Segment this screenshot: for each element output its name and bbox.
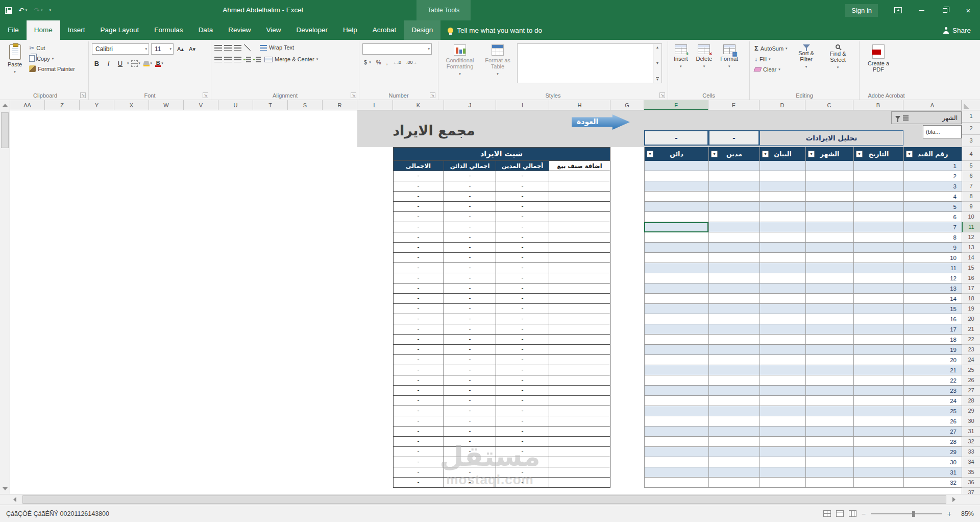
- left-table-cell[interactable]: -: [444, 365, 496, 375]
- left-table-cell[interactable]: -: [393, 171, 444, 181]
- analysis-cell-debit[interactable]: -: [708, 130, 760, 146]
- left-table-cell[interactable]: -: [393, 273, 444, 283]
- left-table-cell[interactable]: [549, 478, 610, 488]
- scroll-up-arrow[interactable]: [3, 104, 8, 107]
- left-table-cell[interactable]: -: [393, 243, 444, 253]
- column-header-D[interactable]: D: [760, 100, 805, 110]
- left-table-cell[interactable]: -: [444, 202, 496, 212]
- column-header-Z[interactable]: Z: [45, 100, 80, 110]
- sign-in-button[interactable]: Sign in: [845, 4, 878, 17]
- row-header-31[interactable]: 31: [962, 426, 980, 437]
- left-table-cell[interactable]: -: [496, 324, 549, 335]
- column-header-B[interactable]: B: [853, 100, 903, 110]
- left-table-cell[interactable]: [549, 447, 610, 457]
- record-number-cell[interactable]: 8: [903, 232, 959, 243]
- left-table-cell[interactable]: -: [496, 426, 549, 437]
- shrink-font-button[interactable]: A▾: [187, 44, 197, 54]
- record-number-cell[interactable]: 12: [903, 273, 959, 283]
- left-table-cell[interactable]: -: [444, 192, 496, 202]
- bold-button[interactable]: B: [92, 58, 102, 68]
- record-number-cell[interactable]: 27: [903, 426, 959, 437]
- left-table-cell[interactable]: -: [393, 437, 444, 447]
- insert-cells-button[interactable]: + Insert ▾: [671, 43, 691, 70]
- left-table-cell[interactable]: -: [444, 375, 496, 386]
- left-table-cell[interactable]: [549, 243, 610, 253]
- zoom-slider-thumb[interactable]: [912, 511, 915, 517]
- column-header-H[interactable]: H: [549, 100, 610, 110]
- left-table-cell[interactable]: -: [444, 253, 496, 263]
- left-table-cell[interactable]: -: [393, 192, 444, 202]
- underline-button[interactable]: U: [115, 58, 125, 68]
- zoom-out-button[interactable]: −: [862, 510, 866, 518]
- tab-developer[interactable]: Developer: [288, 20, 335, 40]
- scroll-down-arrow[interactable]: [3, 487, 8, 490]
- record-number-cell[interactable]: 9: [903, 243, 959, 253]
- left-table-cell[interactable]: [549, 437, 610, 447]
- filter-dropdown-button[interactable]: ▾: [711, 151, 718, 157]
- row-header-2[interactable]: 2: [962, 123, 980, 135]
- left-table-cell[interactable]: -: [444, 345, 496, 355]
- column-header-AA[interactable]: AA: [10, 100, 45, 110]
- left-table-cell[interactable]: [549, 396, 610, 406]
- analysis-cell-credit[interactable]: -: [644, 130, 708, 146]
- row-header-33[interactable]: 33: [962, 447, 980, 457]
- record-number-cell[interactable]: 32: [903, 478, 959, 488]
- left-table-cell[interactable]: -: [444, 437, 496, 447]
- left-table-cell[interactable]: -: [393, 294, 444, 304]
- record-number-cell[interactable]: 7: [903, 222, 959, 232]
- row-header-28[interactable]: 28: [962, 396, 980, 406]
- left-table-cell[interactable]: -: [496, 232, 549, 243]
- column-header-F[interactable]: F: [644, 100, 708, 110]
- cut-button[interactable]: ✂Cut: [28, 43, 77, 53]
- record-number-cell[interactable]: 23: [903, 386, 959, 396]
- left-table-cell[interactable]: -: [496, 375, 549, 386]
- row-header-25[interactable]: 25: [962, 365, 980, 375]
- cell-styles-gallery[interactable]: ▲ ▼ ▼: [517, 43, 662, 83]
- row-header-22[interactable]: 22: [962, 335, 980, 345]
- column-header-S[interactable]: S: [288, 100, 323, 110]
- record-number-cell[interactable]: 4: [903, 192, 959, 202]
- fill-button[interactable]: ↓Fill▾: [753, 55, 789, 64]
- left-table-cell[interactable]: -: [393, 386, 444, 396]
- column-header-U[interactable]: U: [218, 100, 253, 110]
- row-header-15[interactable]: 15: [962, 263, 980, 273]
- left-table-cell[interactable]: [549, 386, 610, 396]
- row-header-5[interactable]: 5: [962, 161, 980, 171]
- record-number-cell[interactable]: 21: [903, 365, 959, 375]
- left-table-cell[interactable]: -: [496, 192, 549, 202]
- normal-view-icon[interactable]: [823, 510, 831, 517]
- left-table-cell[interactable]: -: [496, 386, 549, 396]
- filter-dropdown-button[interactable]: ▾: [808, 151, 815, 157]
- left-table-cell[interactable]: -: [496, 171, 549, 181]
- left-table-cell[interactable]: -: [496, 243, 549, 253]
- left-table-cell[interactable]: -: [393, 426, 444, 437]
- left-table-cell[interactable]: -: [444, 426, 496, 437]
- autosum-button[interactable]: ΣAutoSum▾: [753, 43, 789, 53]
- filter-dropdown-button[interactable]: ▾: [762, 151, 769, 157]
- font-color-button[interactable]: B▾: [155, 58, 164, 68]
- left-table-cell[interactable]: -: [444, 171, 496, 181]
- left-table-cell[interactable]: -: [444, 447, 496, 457]
- alignment-dialog-launcher[interactable]: ↘: [351, 92, 356, 98]
- record-number-cell[interactable]: 2: [903, 171, 959, 181]
- row-header-37[interactable]: 37: [962, 488, 980, 494]
- left-table-cell[interactable]: -: [393, 232, 444, 243]
- record-number-cell[interactable]: 3: [903, 181, 959, 192]
- left-table-cell[interactable]: -: [444, 294, 496, 304]
- left-table-cell[interactable]: [549, 273, 610, 283]
- tab-review[interactable]: Review: [220, 20, 258, 40]
- record-number-cell[interactable]: 13: [903, 283, 959, 294]
- zoom-in-button[interactable]: +: [947, 510, 951, 518]
- sort-filter-button[interactable]: Sort & Filter ▾: [792, 43, 821, 71]
- left-table-cell[interactable]: [549, 365, 610, 375]
- left-table-cell[interactable]: [549, 253, 610, 263]
- comma-style-button[interactable]: ,: [384, 58, 389, 66]
- left-table-cell[interactable]: -: [393, 212, 444, 222]
- row-header-23[interactable]: 23: [962, 345, 980, 355]
- column-header-C[interactable]: C: [805, 100, 853, 110]
- decrease-indent-icon[interactable]: [243, 57, 251, 62]
- clear-button[interactable]: Clear▾: [753, 65, 789, 74]
- left-table-cell[interactable]: [549, 283, 610, 294]
- left-table-cell[interactable]: -: [444, 232, 496, 243]
- left-table-cell[interactable]: -: [444, 304, 496, 314]
